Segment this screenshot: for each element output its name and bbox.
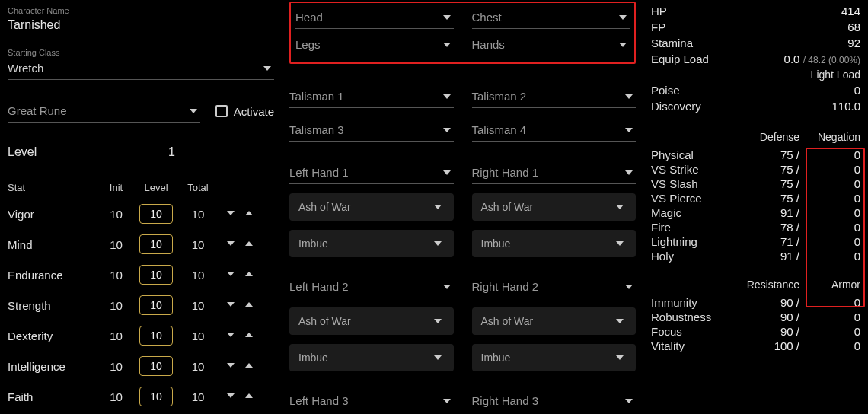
stat-level-input[interactable]: 10	[139, 204, 173, 224]
imbue-select[interactable]: Imbue	[472, 230, 637, 257]
ash-of-war-select[interactable]: Ash of War	[472, 307, 637, 335]
head-select[interactable]: Head	[295, 6, 454, 29]
stat-level-input[interactable]: 10	[139, 234, 173, 254]
chevron-down-icon	[625, 170, 633, 175]
lh3-select[interactable]: Left Hand 3	[289, 390, 454, 412]
stat-init: 10	[99, 299, 133, 312]
negation-value: 0	[799, 148, 860, 161]
rh2-select[interactable]: Right Hand 2	[472, 275, 637, 298]
stat-total: 10	[179, 330, 217, 342]
imbue-select[interactable]: Imbue	[289, 344, 454, 371]
lh1-select[interactable]: Left Hand 1	[289, 161, 454, 184]
chevron-down-icon	[434, 205, 442, 209]
header-init: Init	[99, 182, 133, 193]
stat-level-input[interactable]: 10	[139, 326, 173, 346]
resist-value: 100 /	[739, 339, 799, 352]
stat-init: 10	[99, 238, 133, 251]
talisman3-select[interactable]: Talisman 3	[289, 119, 454, 142]
stamina-label: Stamina	[651, 37, 693, 49]
imbue-label: Imbue	[298, 237, 328, 250]
stat-level-input[interactable]: 10	[139, 295, 173, 315]
weapon-label: Right Hand 3	[472, 394, 539, 407]
load-status: Light Load	[651, 67, 860, 82]
chevron-down-icon	[434, 319, 442, 323]
decrement-button[interactable]	[225, 269, 236, 280]
ash-of-war-select[interactable]: Ash of War	[472, 193, 637, 221]
starting-class-value: Wretch	[8, 62, 43, 75]
increment-button[interactable]	[244, 391, 254, 402]
stat-level-input[interactable]: 10	[139, 265, 173, 285]
hands-label: Hands	[472, 38, 505, 51]
decrement-button[interactable]	[225, 330, 236, 341]
defense-value: 91 /	[739, 206, 799, 219]
char-name-input[interactable]	[8, 15, 274, 37]
stat-name: Strength	[8, 299, 99, 312]
increment-button[interactable]	[244, 361, 254, 371]
rh1-select[interactable]: Right Hand 1	[472, 161, 637, 184]
stat-name: Dexterity	[8, 330, 99, 342]
starting-class-label: Starting Class	[8, 48, 274, 57]
armor-value: 0	[799, 325, 860, 338]
chevron-down-icon	[625, 94, 633, 99]
stat-init: 10	[99, 208, 133, 221]
stat-level-input[interactable]: 10	[139, 387, 173, 406]
decrement-button[interactable]	[225, 361, 236, 371]
ash-of-war-select[interactable]: Ash of War	[289, 307, 454, 335]
stat-row: Intelligence101010	[8, 356, 274, 376]
chevron-down-icon	[443, 43, 451, 47]
rh3-select[interactable]: Right Hand 3	[472, 390, 637, 412]
chevron-down-icon	[443, 94, 451, 99]
increment-button[interactable]	[244, 300, 254, 310]
increment-button[interactable]	[244, 330, 254, 341]
decrement-button[interactable]	[225, 300, 236, 310]
decrement-button[interactable]	[225, 391, 236, 402]
negation-header: Negation	[799, 131, 860, 143]
stat-total: 10	[179, 299, 217, 312]
imbue-label: Imbue	[481, 352, 511, 364]
negation-value: 0	[799, 206, 860, 219]
stat-name: Vigor	[8, 208, 99, 221]
equip-load-value: 0.0	[784, 53, 800, 65]
ash-label: Ash of War	[481, 315, 534, 327]
defense-value: 71 /	[739, 235, 799, 248]
defense-value: 75 /	[739, 163, 799, 176]
defense-row: VS Pierce75 /0	[651, 191, 860, 205]
decrement-button[interactable]	[225, 209, 236, 219]
stat-row: Faith101010	[8, 387, 274, 406]
hands-select[interactable]: Hands	[472, 33, 630, 56]
defense-value: 75 /	[739, 177, 799, 190]
defense-name: VS Slash	[651, 177, 739, 190]
resist-row: Focus90 /0	[651, 324, 860, 339]
talisman1-select[interactable]: Talisman 1	[289, 85, 454, 108]
lh2-select[interactable]: Left Hand 2	[289, 275, 454, 298]
decrement-button[interactable]	[225, 239, 236, 250]
stat-level-input[interactable]: 10	[139, 356, 173, 376]
armor-value: 0	[799, 339, 860, 352]
poise-value: 0	[854, 84, 860, 97]
chest-select[interactable]: Chest	[472, 6, 630, 29]
talisman4-select[interactable]: Talisman 4	[472, 119, 637, 142]
increment-button[interactable]	[244, 269, 254, 280]
chevron-down-icon	[434, 241, 442, 246]
char-name-label: Character Name	[8, 6, 274, 15]
increment-button[interactable]	[244, 209, 254, 219]
fp-label: FP	[651, 21, 665, 33]
imbue-select[interactable]: Imbue	[289, 230, 454, 257]
starting-class-select[interactable]: Wretch	[8, 57, 274, 80]
talisman2-select[interactable]: Talisman 2	[472, 85, 637, 108]
legs-select[interactable]: Legs	[295, 33, 454, 56]
defense-row: VS Slash75 /0	[651, 177, 860, 191]
imbue-select[interactable]: Imbue	[472, 344, 637, 371]
stat-row: Dexterity101010	[8, 326, 274, 346]
stat-row: Strength101010	[8, 295, 274, 315]
level-label: Level	[8, 145, 37, 159]
stat-row: Endurance101010	[8, 265, 274, 285]
increment-button[interactable]	[244, 239, 254, 250]
header-level: Level	[133, 182, 179, 193]
chevron-down-icon	[263, 66, 271, 71]
ash-of-war-select[interactable]: Ash of War	[289, 193, 454, 221]
equip-load-sub: / 48.2 (0.00%)	[803, 55, 860, 65]
great-rune-select[interactable]: Great Rune	[8, 100, 200, 123]
activate-checkbox[interactable]: Activate	[215, 105, 274, 118]
stat-name: Endurance	[8, 269, 99, 282]
